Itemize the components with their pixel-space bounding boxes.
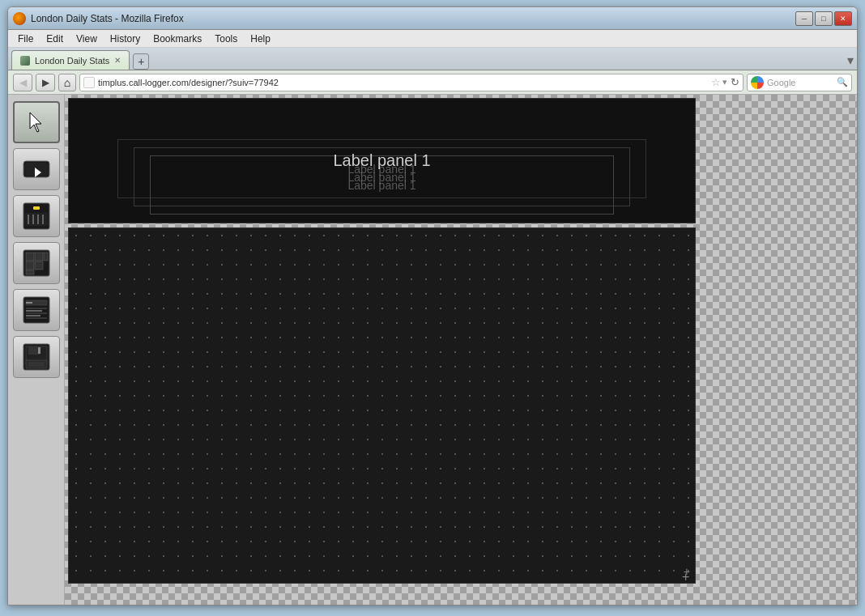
window-controls: ─ □ ✕ xyxy=(795,11,852,26)
svg-rect-15 xyxy=(35,261,43,270)
svg-rect-25 xyxy=(26,315,40,316)
save-icon xyxy=(22,342,51,372)
svg-rect-29 xyxy=(38,347,40,354)
gauge-tool-button[interactable] xyxy=(13,195,60,237)
active-tab[interactable]: London Daily Stats ✕ xyxy=(11,50,130,70)
select-tool-button[interactable] xyxy=(13,101,60,143)
resize-handle[interactable]: + xyxy=(682,570,692,580)
home-button[interactable]: ⌂ xyxy=(58,74,76,91)
gauge-icon xyxy=(22,202,51,231)
search-input[interactable]: Google xyxy=(767,78,837,87)
minimize-button[interactable]: ─ xyxy=(795,11,813,26)
list-icon xyxy=(22,295,51,325)
svg-rect-24 xyxy=(26,310,42,312)
tab-scroll-button[interactable]: ▾ xyxy=(847,53,854,70)
maximize-button[interactable]: □ xyxy=(815,11,833,26)
bookmark-star-icon[interactable]: ☆ xyxy=(711,76,721,88)
menu-bar: File Edit View History Bookmarks Tools H… xyxy=(8,30,857,48)
grid-tool-button[interactable] xyxy=(13,242,60,284)
forward-button[interactable]: ▶ xyxy=(36,74,55,91)
navigation-bar: ◀ ▶ ⌂ timplus.call-logger.com/designer/?… xyxy=(8,70,857,95)
url-separator: ▾ xyxy=(722,77,727,87)
content-area: Label panel 1 Label panel 1 Label panel … xyxy=(8,95,857,605)
title-bar: London Daily Stats - Mozilla Firefox ─ □… xyxy=(8,7,857,30)
svg-rect-31 xyxy=(28,362,45,367)
list-tool-button[interactable] xyxy=(13,289,60,331)
tab-favicon xyxy=(20,56,30,66)
menu-view[interactable]: View xyxy=(70,32,104,46)
reload-button[interactable]: ↻ xyxy=(731,76,739,88)
svg-rect-17 xyxy=(26,270,34,274)
tab-title: London Daily Stats xyxy=(35,56,109,66)
widget-icon xyxy=(22,158,51,181)
svg-marker-0 xyxy=(30,113,41,132)
browser-title: London Daily Stats - Mozilla Firefox xyxy=(31,13,184,24)
left-toolbar xyxy=(8,95,65,605)
menu-history[interactable]: History xyxy=(104,32,147,46)
menu-file[interactable]: File xyxy=(11,32,40,46)
svg-rect-28 xyxy=(28,346,40,355)
url-favicon xyxy=(83,77,95,88)
search-engine-icon xyxy=(751,76,764,89)
top-panel: Label panel 1 Label panel 1 Label panel … xyxy=(68,98,696,223)
save-tool-button[interactable] xyxy=(13,336,60,378)
svg-rect-23 xyxy=(26,302,32,304)
svg-rect-16 xyxy=(44,253,48,261)
design-canvas: Label panel 1 Label panel 1 Label panel … xyxy=(68,98,700,584)
back-button[interactable]: ◀ xyxy=(13,74,32,91)
browser-window: London Daily Stats - Mozilla Firefox ─ □… xyxy=(7,6,858,605)
label-panel-1: Label panel 1 xyxy=(69,99,695,223)
label-panel-text-1: Label panel 1 xyxy=(333,151,430,170)
grid-icon xyxy=(22,249,51,278)
menu-edit[interactable]: Edit xyxy=(40,32,70,46)
menu-tools[interactable]: Tools xyxy=(208,32,244,46)
tab-close-button[interactable]: ✕ xyxy=(114,56,121,65)
svg-rect-5 xyxy=(33,206,40,210)
cursor-icon xyxy=(27,111,46,134)
search-go-icon[interactable]: 🔍 xyxy=(837,77,848,87)
widget-tool-button[interactable] xyxy=(13,148,60,190)
search-bar[interactable]: Google 🔍 xyxy=(747,74,852,91)
bottom-panel: + xyxy=(68,227,696,584)
svg-rect-14 xyxy=(26,261,34,270)
tab-bar: London Daily Stats ✕ + ▾ xyxy=(8,48,857,70)
svg-rect-12 xyxy=(26,253,34,261)
canvas-wrapper[interactable]: Label panel 1 Label panel 1 Label panel … xyxy=(65,95,857,605)
new-tab-button[interactable]: + xyxy=(133,53,149,70)
close-button[interactable]: ✕ xyxy=(834,11,852,26)
menu-help[interactable]: Help xyxy=(244,32,277,46)
svg-rect-13 xyxy=(35,253,43,261)
url-text: timplus.call-logger.com/designer/?suiv=7… xyxy=(98,78,711,87)
menu-bookmarks[interactable]: Bookmarks xyxy=(147,32,208,46)
url-bar[interactable]: timplus.call-logger.com/designer/?suiv=7… xyxy=(79,74,744,91)
firefox-icon xyxy=(13,12,26,25)
